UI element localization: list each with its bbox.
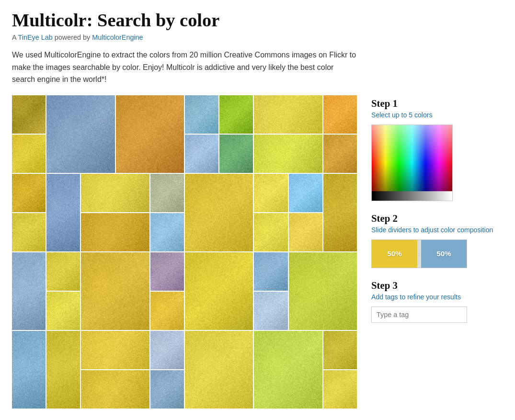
grid-cell[interactable] [81, 331, 149, 369]
grid-cell[interactable] [150, 370, 184, 409]
grid-cell[interactable] [81, 252, 149, 330]
step1-title: Step 1 [371, 98, 503, 109]
grid-cell[interactable] [323, 370, 357, 409]
grid-cell[interactable] [150, 213, 184, 251]
bar1-label: 50% [387, 250, 401, 258]
grid-cell[interactable] [12, 213, 46, 251]
grid-cell[interactable] [289, 213, 322, 251]
grid-cell[interactable] [150, 174, 184, 212]
grid-cell[interactable] [254, 95, 322, 134]
grid-cell[interactable] [116, 95, 184, 173]
grid-cell[interactable] [289, 174, 322, 212]
grid-cell[interactable] [219, 95, 253, 134]
step3-section: Step 3 Add tags to refine your results [371, 280, 503, 323]
grid-cell[interactable] [185, 135, 218, 173]
grid-cell[interactable] [12, 95, 46, 134]
grid-cell[interactable] [254, 174, 287, 212]
grid-cell[interactable] [46, 331, 80, 409]
grid-cell[interactable] [254, 292, 287, 330]
grid-cell[interactable] [81, 174, 149, 212]
step2-title: Step 2 [371, 213, 503, 224]
grid-cell[interactable] [323, 95, 357, 134]
tineye-link[interactable]: TinEye Lab [18, 34, 53, 41]
color-bar-blue[interactable]: 50% [421, 240, 467, 268]
step3-title: Step 3 [371, 280, 503, 291]
grid-cell[interactable] [323, 135, 357, 173]
grid-cell[interactable] [254, 135, 322, 173]
step1-desc: Select up to 5 colors [371, 111, 503, 119]
grid-cell[interactable] [12, 174, 46, 212]
image-grid [12, 95, 357, 409]
grid-cell[interactable] [185, 95, 218, 134]
multicolor-engine-link[interactable]: MulticolorEngine [92, 34, 143, 41]
grid-cell[interactable] [289, 252, 357, 330]
main-layout: Step 1 Select up to 5 colors Step 2 Slid… [12, 95, 503, 409]
grid-cell[interactable] [150, 292, 184, 330]
grid-cell[interactable] [46, 174, 80, 251]
description-text: We used MulticolorEngine to extract the … [12, 49, 357, 86]
grid-cell[interactable] [323, 331, 357, 369]
step2-desc: Slide dividers to adjust color compositi… [371, 226, 503, 234]
grid-cell[interactable] [12, 252, 46, 330]
grid-cell[interactable] [254, 331, 322, 409]
divider-handle[interactable]: ⋮ [417, 240, 421, 268]
grid-cell[interactable] [185, 331, 253, 409]
step1-section: Step 1 Select up to 5 colors [371, 98, 503, 201]
grid-cell[interactable] [219, 135, 253, 173]
bar2-label: 50% [436, 250, 451, 258]
color-picker[interactable] [371, 125, 453, 201]
grid-cell[interactable] [12, 331, 46, 409]
grid-cell[interactable] [323, 174, 357, 251]
grid-cell[interactable] [150, 331, 184, 369]
grid-cell[interactable] [46, 252, 80, 291]
color-bar-yellow[interactable]: 50% [372, 240, 417, 268]
grid-cell[interactable] [81, 370, 149, 409]
image-grid-container [12, 95, 357, 409]
grid-cell[interactable] [81, 213, 149, 251]
grid-cell[interactable] [46, 95, 114, 173]
grid-cell[interactable] [150, 252, 184, 291]
step2-section: Step 2 Slide dividers to adjust color co… [371, 213, 503, 268]
right-panel: Step 1 Select up to 5 colors Step 2 Slid… [371, 95, 503, 323]
page-title: Multicolr: Search by color [12, 10, 503, 31]
grid-cell[interactable] [254, 252, 287, 291]
color-bars[interactable]: 50% ⋮ 50% [371, 239, 467, 268]
subtitle: A TinEye Lab powered by MulticolorEngine [12, 34, 503, 41]
grid-cell[interactable] [185, 252, 253, 330]
grid-cell[interactable] [185, 174, 253, 251]
step3-desc: Add tags to refine your results [371, 293, 503, 301]
grid-cell[interactable] [254, 213, 287, 251]
tag-input[interactable] [371, 306, 467, 323]
grid-cell[interactable] [46, 292, 80, 330]
grid-cell[interactable] [12, 135, 46, 173]
